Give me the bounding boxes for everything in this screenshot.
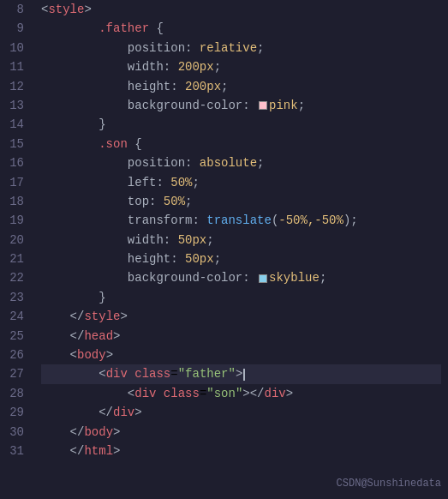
code-line-30: </body> (41, 423, 441, 442)
line-num-27: 27 (7, 364, 24, 383)
line-num-20: 20 (7, 231, 24, 250)
code-line-19: transform: translate(-50%,-50%); (41, 211, 441, 230)
line-num-17: 17 (7, 173, 24, 192)
code-line-17: left: 50%; (41, 173, 441, 192)
line-num-11: 11 (7, 57, 24, 76)
code-line-14: } (41, 115, 441, 134)
code-line-22: background-color: skyblue; (41, 268, 441, 287)
code-line-25: </head> (41, 327, 441, 346)
color-swatch-skyblue (259, 274, 267, 283)
line-num-21: 21 (7, 250, 24, 268)
code-line-21: height: 50px; (41, 250, 441, 268)
line-num-16: 16 (7, 153, 24, 172)
line-num-26: 26 (7, 346, 24, 364)
line-num-18: 18 (7, 192, 24, 211)
code-line-9: .father { (41, 19, 441, 38)
code-line-12: height: 200px; (41, 77, 441, 96)
code-line-23: } (41, 288, 441, 307)
code-editor: 8 9 10 11 12 13 14 15 16 17 18 19 20 21 … (0, 0, 448, 499)
line-num-12: 12 (7, 77, 24, 96)
line-num-25: 25 (7, 327, 24, 346)
line-num-8: 8 (7, 0, 24, 19)
code-line-8: <style> (41, 0, 441, 19)
line-num-15: 15 (7, 135, 24, 153)
line-num-14: 14 (7, 115, 24, 134)
code-line-31: </html> (41, 442, 441, 460)
code-line-16: position: absolute; (41, 153, 441, 172)
line-num-31: 31 (7, 442, 24, 460)
code-line-10: position: relative; (41, 39, 441, 57)
code-line-27: <div class="father"> (41, 364, 441, 383)
code-line-13: background-color: pink; (41, 96, 441, 115)
line-num-13: 13 (7, 96, 24, 115)
code-line-26: <body> (41, 346, 441, 364)
code-line-29: </div> (41, 403, 441, 422)
line-num-19: 19 (7, 211, 24, 230)
line-num-9: 9 (7, 19, 24, 38)
line-num-24: 24 (7, 307, 24, 326)
code-line-18: top: 50%; (41, 192, 441, 211)
code-line-15: .son { (41, 135, 441, 153)
code-line-11: width: 200px; (41, 57, 441, 76)
line-numbers: 8 9 10 11 12 13 14 15 16 17 18 19 20 21 … (0, 0, 34, 499)
line-num-23: 23 (7, 288, 24, 307)
watermark: CSDN@Sunshinedata (337, 476, 441, 492)
line-num-29: 29 (7, 403, 24, 422)
code-line-20: width: 50px; (41, 231, 441, 250)
line-num-28: 28 (7, 384, 24, 403)
line-num-22: 22 (7, 268, 24, 287)
color-swatch-pink (259, 101, 267, 110)
line-num-10: 10 (7, 39, 24, 57)
code-line-24: </style> (41, 307, 441, 326)
code-content: <style> .father { position: relative; wi… (34, 0, 448, 499)
code-line-28: <div class="son"></div> (41, 384, 441, 403)
line-num-30: 30 (7, 423, 24, 442)
